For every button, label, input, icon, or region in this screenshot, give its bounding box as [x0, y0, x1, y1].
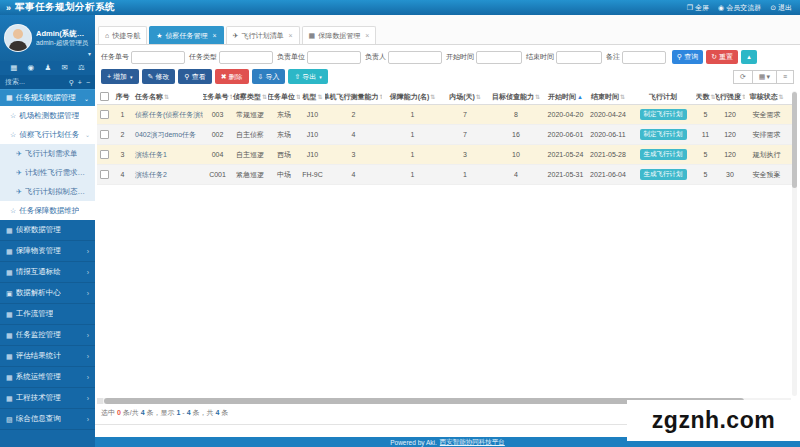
list-button[interactable]: ≡ [777, 70, 794, 84]
query-input-任务单号[interactable] [131, 51, 185, 64]
table-cell: 1 [382, 165, 443, 184]
search-label[interactable]: 搜索... [5, 77, 25, 87]
column-header[interactable]: 飞行强度⇅ [715, 89, 745, 104]
table-cell: 安全需求 [745, 105, 788, 124]
tab-保障数据管理[interactable]: ▦保障数据管理× [302, 26, 377, 44]
查看-button[interactable]: ⚲查看 [178, 69, 211, 84]
删除-button[interactable]: ✖删除 [215, 69, 249, 84]
sidebar-menu-item[interactable]: ▣数据解析中心› [0, 283, 95, 304]
导出-button[interactable]: ⇧导出▾ [288, 69, 327, 84]
grid-icon[interactable]: ▦ [10, 64, 17, 72]
app-logo-icon: » [6, 3, 11, 13]
tab-侦察任务管理[interactable]: ★侦察任务管理× [149, 26, 223, 44]
tab-快捷导航[interactable]: ⌂快捷导航 [98, 26, 147, 44]
fullscreen-icon: ❒ [687, 4, 693, 12]
column-header[interactable]: 结束时间⇅ [586, 89, 630, 104]
table-row[interactable]: 20402演习demo任务002自主侦察东场J10417162020-06-01… [97, 125, 796, 145]
reset-button[interactable]: ↻重置 [706, 50, 738, 64]
column-header[interactable]: 保障能力(名)⇅ [382, 89, 443, 104]
sidebar-menu-item[interactable]: ▦系统运维管理› [0, 367, 95, 388]
expand-all-icon[interactable]: + [78, 79, 82, 86]
column-header[interactable]: 开始时间▲ [545, 89, 586, 104]
close-icon[interactable]: × [288, 32, 292, 39]
column-header[interactable]: 任务单位⇅ [268, 89, 300, 104]
query-input-结束时间[interactable] [556, 51, 602, 64]
vertical-scrollbar-thumb[interactable] [792, 92, 797, 188]
query-input-备注[interactable] [622, 51, 666, 64]
column-header[interactable]: 任务名称⇅ [133, 89, 203, 104]
tab-飞行计划清单[interactable]: ✈飞行计划清单× [226, 26, 300, 44]
修改-button[interactable]: ✎修改 [142, 69, 176, 84]
column-header[interactable]: 任务单号⇅ [203, 89, 232, 104]
message-icon[interactable]: ✉ [61, 64, 67, 72]
sidebar-section-active[interactable]: ▦ 任务规划数据管理 ⌄ [0, 89, 95, 106]
sidebar-menu-item[interactable]: ▦评估结果统计› [0, 346, 95, 367]
column-header[interactable]: 飞行计划 [630, 89, 696, 104]
column-label: 开始时间 [548, 92, 576, 102]
logout-button[interactable]: ⊙退出 [770, 3, 792, 13]
sidebar-menu-item[interactable]: ▦保障物资管理› [0, 241, 95, 262]
table-cell: 东场 [268, 105, 300, 124]
column-header[interactable]: 机型⇅ [300, 89, 325, 104]
search-button[interactable]: ⚲查询 [672, 50, 703, 64]
footer-link[interactable]: 西安智能协同科技平台 [440, 438, 505, 447]
query-input-负责人[interactable] [388, 51, 442, 64]
sidebar-menu-item[interactable]: ▦侦察数据管理 [0, 220, 95, 241]
sidebar-item[interactable]: ☆任务保障数据维护 [0, 201, 95, 220]
column-header[interactable] [97, 89, 112, 104]
flight-plan-badge[interactable]: 制定飞行计划 [640, 109, 687, 120]
row-checkbox[interactable] [100, 150, 109, 159]
search-icon: ⚲ [677, 53, 682, 61]
column-header[interactable]: 审核状态⇅ [745, 89, 788, 104]
flight-plan-badge[interactable]: 制定飞行计划 [640, 129, 687, 140]
table-row[interactable]: 3演练任务1004自主巡逻西场J10313102021-05-242021-05… [97, 145, 796, 165]
query-input-开始时间[interactable] [476, 51, 522, 64]
group-button[interactable]: ◉会员交流群 [718, 3, 761, 13]
user-icon[interactable]: ♟ [44, 64, 51, 72]
search-icon[interactable]: ⚲ [69, 79, 74, 86]
column-header[interactable]: 单机飞行测量能力⇅ [325, 89, 382, 104]
sidebar-item[interactable]: ✈飞行计划拟制态势图 [0, 182, 95, 201]
sidebar-item[interactable]: ☆机场检测数据管理 [0, 106, 95, 125]
scale-icon[interactable]: ⚖ [78, 64, 85, 72]
sidebar-item[interactable]: ☆侦察飞行计划任务⌄ [0, 125, 95, 144]
row-checkbox[interactable] [100, 130, 109, 139]
bell-icon[interactable]: ◉ [28, 64, 35, 72]
vertical-scrollbar[interactable] [792, 91, 797, 396]
fullscreen-button[interactable]: ❒全屏 [687, 3, 709, 13]
select-all-checkbox[interactable] [100, 92, 109, 101]
close-icon[interactable]: × [213, 32, 217, 39]
sidebar-menu-item[interactable]: ▦任务监控管理› [0, 325, 95, 346]
sidebar-menu-item[interactable]: ▦情报互通标绘› [0, 262, 95, 283]
column-header[interactable]: 目标侦查能力⇅ [487, 89, 545, 104]
table-row[interactable]: 4演练任务2C001紧急巡逻中场FH-9C41142021-05-312021-… [97, 165, 796, 185]
close-icon[interactable]: × [365, 32, 369, 39]
columns-button[interactable]: ▦▾ [753, 70, 777, 84]
sidebar-menu-item[interactable]: ▦工作流管理 [0, 304, 95, 325]
flight-plan-badge[interactable]: 生成飞行计划 [640, 149, 687, 160]
table-cell: 自主侦察 [232, 125, 268, 144]
column-header[interactable]: 侦察类型⇅ [232, 89, 268, 104]
导入-button[interactable]: ⇩导入 [252, 69, 286, 84]
refresh-button[interactable]: ⟳ [733, 70, 753, 84]
user-card[interactable]: Admin(系统管理员) admin-超级管理员 ▾ [0, 15, 95, 61]
column-header[interactable]: 内场(天)⇅ [443, 89, 487, 104]
sidebar-menu-item[interactable]: ▦工程技术管理› [0, 388, 95, 409]
增加-button[interactable]: +增加▾ [101, 69, 139, 84]
flight-plan-badge[interactable]: 生成飞行计划 [640, 169, 687, 180]
column-header[interactable]: 天数⇅ [696, 89, 715, 104]
scroll-left-arrow[interactable] [97, 398, 103, 404]
sidebar-item[interactable]: ✈飞行计划需求单 [0, 144, 95, 163]
sidebar-menu-item[interactable]: ▨综合信息查询› [0, 409, 95, 430]
collapse-search-button[interactable]: ▴ [741, 50, 757, 64]
query-input-负责单位[interactable] [307, 51, 361, 64]
table-row[interactable]: 1侦察任务(侦察任务演练1)003常规巡逻东场J1021782020-04-20… [97, 105, 796, 125]
sidebar-menu-item-label: 工作流管理 [16, 309, 54, 319]
collapse-all-icon[interactable]: − [86, 79, 90, 86]
column-header[interactable]: 序号 [112, 89, 133, 104]
row-checkbox[interactable] [100, 170, 109, 179]
table-cell: 004 [203, 145, 232, 164]
sidebar-item[interactable]: ✈计划性飞行需求分析 [0, 163, 95, 182]
row-checkbox[interactable] [100, 110, 109, 119]
query-input-任务类型[interactable] [219, 51, 273, 64]
